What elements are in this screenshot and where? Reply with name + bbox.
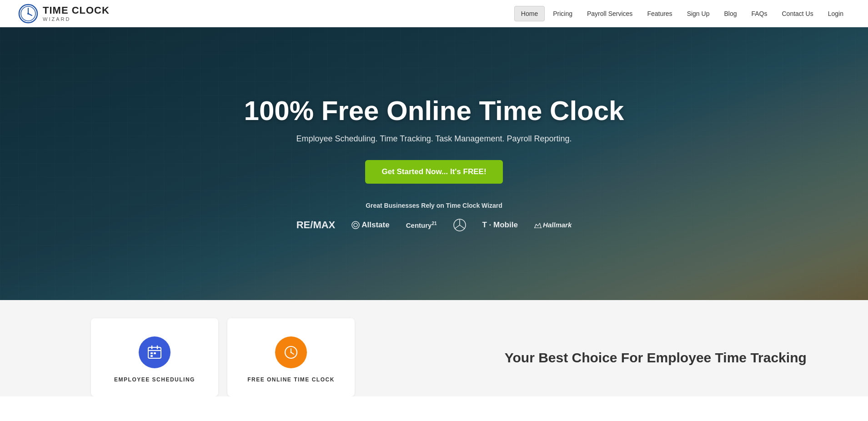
hero-title: 100% Free Online Time Clock bbox=[244, 96, 624, 126]
logo-text: TIME CLOCK WIZARD bbox=[43, 5, 110, 21]
nav-link-login[interactable]: Login bbox=[822, 6, 850, 21]
nav-link-payroll[interactable]: Payroll Services bbox=[581, 6, 639, 21]
hero-content: 100% Free Online Time Clock Employee Sch… bbox=[235, 96, 633, 231]
nav-link-blog[interactable]: Blog bbox=[717, 6, 743, 21]
brand-allstate: Allstate bbox=[351, 221, 389, 230]
nav-item-payroll[interactable]: Payroll Services bbox=[581, 6, 639, 21]
features-section: EMPLOYEE SCHEDULING FREE ONLINE TIME CLO… bbox=[0, 300, 868, 396]
nav-link-pricing[interactable]: Pricing bbox=[547, 6, 579, 21]
brand-tmobile: T · Mobile bbox=[482, 221, 518, 230]
hero-subtitle: Employee Scheduling. Time Tracking. Task… bbox=[244, 134, 624, 144]
svg-point-13 bbox=[541, 227, 542, 228]
nav-link-features[interactable]: Features bbox=[641, 6, 678, 21]
calendar-icon bbox=[147, 345, 162, 360]
features-tagline-title: Your Best Choice For Employee Time Track… bbox=[505, 349, 807, 366]
brand-mercedes bbox=[453, 218, 466, 231]
feature-card-scheduling: EMPLOYEE SCHEDULING bbox=[91, 318, 218, 396]
features-cards: EMPLOYEE SCHEDULING FREE ONLINE TIME CLO… bbox=[0, 318, 443, 396]
nav-item-contact[interactable]: Contact Us bbox=[775, 6, 819, 21]
hero-brand-logos: RE/MAX Allstate Century21 bbox=[244, 218, 624, 231]
timeclock-label: FREE ONLINE TIME CLOCK bbox=[247, 376, 335, 383]
hero-trust: Great Businesses Rely on Time Clock Wiza… bbox=[244, 202, 624, 231]
nav-item-faqs[interactable]: FAQs bbox=[745, 6, 773, 21]
nav-item-pricing[interactable]: Pricing bbox=[547, 6, 579, 21]
timeclock-icon-circle bbox=[275, 336, 307, 368]
hallmark-crown-icon bbox=[534, 222, 542, 229]
svg-line-9 bbox=[455, 225, 460, 229]
svg-point-12 bbox=[534, 227, 535, 228]
mercedes-icon bbox=[453, 219, 466, 231]
nav-link-faqs[interactable]: FAQs bbox=[745, 6, 773, 21]
scheduling-icon-circle bbox=[139, 336, 171, 368]
logo[interactable]: TIME CLOCK WIZARD bbox=[18, 4, 110, 24]
allstate-icon bbox=[351, 221, 360, 229]
navbar: TIME CLOCK WIZARD Home Pricing Payroll S… bbox=[0, 0, 868, 27]
hero-cta-button[interactable]: Get Started Now... It's FREE! bbox=[365, 160, 502, 184]
svg-rect-18 bbox=[151, 352, 153, 354]
nav-item-login[interactable]: Login bbox=[822, 6, 850, 21]
brand-hallmark: Hallmark bbox=[534, 221, 572, 229]
features-tagline: Your Best Choice For Employee Time Track… bbox=[443, 318, 868, 396]
nav-item-features[interactable]: Features bbox=[641, 6, 678, 21]
nav-links: Home Pricing Payroll Services Features S… bbox=[514, 6, 850, 21]
nav-link-signup[interactable]: Sign Up bbox=[681, 6, 716, 21]
hero-section: 100% Free Online Time Clock Employee Sch… bbox=[0, 27, 868, 300]
svg-line-10 bbox=[460, 225, 465, 229]
feature-card-timeclock: FREE ONLINE TIME CLOCK bbox=[227, 318, 355, 396]
svg-rect-19 bbox=[154, 352, 156, 354]
logo-title: TIME CLOCK bbox=[43, 5, 110, 16]
nav-link-home[interactable]: Home bbox=[514, 6, 545, 21]
hero-trust-text: Great Businesses Rely on Time Clock Wiza… bbox=[244, 202, 624, 209]
svg-marker-11 bbox=[535, 223, 541, 228]
nav-item-signup[interactable]: Sign Up bbox=[681, 6, 716, 21]
svg-point-5 bbox=[352, 221, 359, 229]
svg-line-4 bbox=[28, 14, 32, 15]
svg-line-24 bbox=[291, 352, 294, 354]
scheduling-label: EMPLOYEE SCHEDULING bbox=[114, 376, 195, 383]
logo-icon bbox=[18, 4, 38, 24]
brand-century21: Century21 bbox=[406, 221, 437, 229]
nav-item-home[interactable]: Home bbox=[514, 6, 545, 21]
svg-point-6 bbox=[354, 223, 357, 227]
nav-item-blog[interactable]: Blog bbox=[717, 6, 743, 21]
nav-link-contact[interactable]: Contact Us bbox=[775, 6, 819, 21]
clock-icon bbox=[283, 345, 299, 360]
logo-subtitle: WIZARD bbox=[43, 16, 110, 22]
svg-rect-20 bbox=[151, 355, 153, 357]
brand-remax: RE/MAX bbox=[296, 219, 336, 231]
